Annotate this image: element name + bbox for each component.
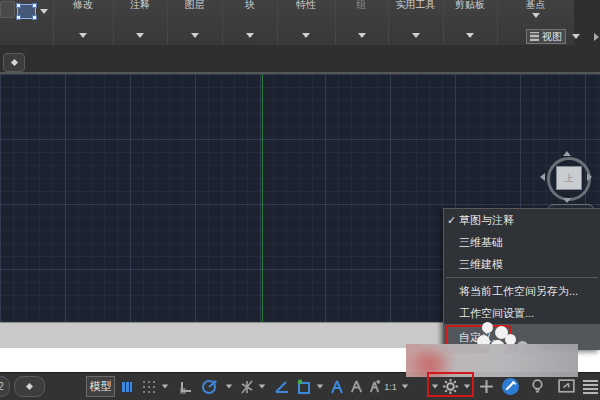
- object-snap-tracking-icon[interactable]: [238, 376, 255, 397]
- menu-item-label: 三维建模: [459, 258, 503, 270]
- selection-tool-icon[interactable]: [17, 4, 36, 19]
- ribbon: 修改 注释 图层 块 特性 组 实用工具 剪贴板: [0, 0, 600, 45]
- autoscale-icon[interactable]: [348, 376, 364, 397]
- panel-label: 修改: [53, 0, 113, 9]
- menu-item-label: 将当前工作空间另存为...: [459, 285, 578, 297]
- panel-expand-icon[interactable]: [191, 33, 199, 38]
- object-snap-icon[interactable]: [294, 376, 313, 397]
- ribbon-panel-annotate[interactable]: 注释: [113, 0, 168, 45]
- menu-item-drafting-annotation[interactable]: ✓ 草图与注释: [444, 209, 600, 231]
- grid-display-icon[interactable]: [118, 376, 135, 397]
- snap-mode-icon[interactable]: [140, 376, 157, 397]
- viewcube-north-arrow-icon[interactable]: [563, 151, 571, 156]
- panel-expand-icon[interactable]: [302, 33, 310, 38]
- menu-item-label: 三维基础: [459, 236, 503, 248]
- panel-label: 图层: [167, 0, 222, 9]
- ribbon-panel-block[interactable]: 块: [222, 0, 278, 45]
- viewcube-top-face[interactable]: 上: [556, 166, 582, 190]
- menu-item-3d-modeling[interactable]: 三维建模: [444, 253, 600, 275]
- ucs-y-axis-line: [262, 74, 263, 322]
- quick-access-icon[interactable]: [0, 1, 15, 18]
- menu-item-label: 草图与注释: [459, 214, 514, 226]
- drawing-tab-icon: [10, 59, 17, 66]
- scale-value[interactable]: 1:1: [382, 376, 399, 397]
- new-layout-tab[interactable]: [14, 376, 45, 397]
- menu-item-3d-basics[interactable]: 三维基础: [444, 231, 600, 253]
- ribbon-panel-properties[interactable]: 特性: [277, 0, 336, 45]
- view-button[interactable]: 视图: [526, 29, 566, 44]
- polar-tracking-icon[interactable]: [199, 376, 219, 397]
- panel-expand-icon[interactable]: [246, 33, 254, 38]
- annotation-scale-icon[interactable]: [366, 376, 382, 397]
- otrack-dropdown-icon[interactable]: [257, 376, 267, 397]
- viewcube-east-arrow-icon[interactable]: [587, 173, 592, 181]
- view-button-label: 视图: [542, 31, 562, 42]
- viewcube-south-arrow-icon[interactable]: [563, 198, 571, 203]
- menu-item-workspace-settings[interactable]: 工作空间设置...: [444, 302, 600, 324]
- ribbon-panel-clipboard[interactable]: 剪贴板: [443, 0, 498, 45]
- file-tab-bar: [0, 45, 600, 74]
- ribbon-panel-layers[interactable]: 图层: [167, 0, 223, 45]
- annotation-monitor-icon[interactable]: [500, 376, 521, 397]
- ribbon-panel-groups[interactable]: 组: [335, 0, 389, 45]
- new-layout-icon: [26, 383, 33, 390]
- panel-expand-icon[interactable]: [466, 33, 474, 38]
- layout-tab-label: 2: [0, 381, 4, 392]
- ribbon-panel-utilities[interactable]: 实用工具: [388, 0, 444, 45]
- model-space-button[interactable]: 模型: [86, 376, 115, 397]
- panel-label: 实用工具: [388, 0, 443, 9]
- move-crosshair-icon[interactable]: [477, 376, 495, 397]
- customization-menu-icon[interactable]: [581, 376, 599, 397]
- scale-dropdown-icon[interactable]: [400, 376, 410, 397]
- polar-dropdown-icon[interactable]: [224, 376, 234, 397]
- isolate-objects-icon[interactable]: [527, 376, 547, 397]
- panel-expand-icon[interactable]: [358, 33, 366, 38]
- clean-screen-icon[interactable]: [555, 376, 577, 397]
- osnap-dropdown-icon[interactable]: [315, 376, 325, 397]
- selection-dropdown-icon[interactable]: [40, 9, 48, 14]
- view-controls: 视图: [526, 28, 599, 45]
- autocad-window: 修改 注释 图层 块 特性 组 实用工具 剪贴板: [0, 0, 600, 400]
- model-button-label: 模型: [90, 379, 112, 394]
- snap-dropdown-icon[interactable]: [160, 376, 170, 397]
- gear-highlight-box: [427, 372, 474, 397]
- view-dropdown-icon[interactable]: [572, 34, 580, 39]
- panel-expand-icon[interactable]: [136, 33, 144, 38]
- menu-item-save-workspace-as[interactable]: 将当前工作空间另存为...: [444, 280, 600, 302]
- view-thumbnail-icon: [530, 32, 539, 41]
- panel-label: 剪贴板: [443, 0, 497, 9]
- ortho-mode-icon[interactable]: [177, 376, 194, 397]
- check-icon: ✓: [447, 209, 456, 231]
- panel-label: 组: [335, 0, 388, 9]
- panel-expand-icon[interactable]: [532, 13, 540, 18]
- drawing-tab[interactable]: [3, 53, 25, 72]
- viewcube-west-arrow-icon[interactable]: [540, 173, 545, 181]
- watermark-circle: [482, 322, 493, 333]
- panel-label: 基点: [497, 0, 574, 9]
- ribbon-collapse-icon[interactable]: [594, 33, 599, 41]
- ribbon-panel-modify[interactable]: 修改: [53, 0, 114, 45]
- panel-expand-icon[interactable]: [79, 33, 87, 38]
- panel-label: 块: [222, 0, 277, 9]
- panel-expand-icon[interactable]: [412, 33, 420, 38]
- panel-label: 注释: [113, 0, 167, 9]
- polar-angle-icon[interactable]: [272, 376, 291, 397]
- viewcube-top-label: 上: [565, 172, 574, 185]
- annotation-visibility-icon[interactable]: [328, 376, 345, 397]
- panel-label: 特性: [277, 0, 335, 9]
- menu-item-label: 工作空间设置...: [459, 307, 534, 319]
- layout-tab-partial[interactable]: 2: [0, 376, 10, 397]
